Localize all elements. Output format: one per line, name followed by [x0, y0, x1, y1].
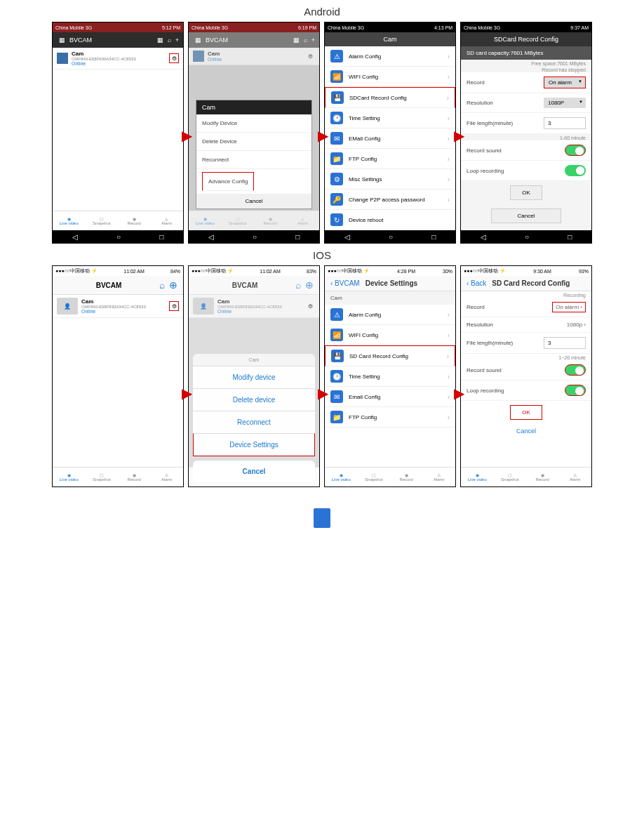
add-icon[interactable]: ⊕	[169, 279, 177, 291]
change-p2p-password[interactable]: 🔑Change P2P access password›	[325, 190, 455, 210]
page-title: Device Settings	[365, 279, 417, 287]
email-config[interactable]: ✉Email Config›	[325, 387, 455, 407]
misc-settings[interactable]: ⚙Misc Settings›	[325, 169, 455, 190]
tab-alarm[interactable]: ⚠Alarm	[151, 468, 184, 486]
reconnect[interactable]: Reconnect	[196, 151, 311, 169]
action-sheet: Cam Modify device Delete device Reconnec…	[193, 354, 315, 482]
sheet-title: Cam	[193, 354, 315, 366]
android-screen-1: China Mobile 3G5:12 PM ▦ BVCAM ▦ ⌕ + Cam…	[52, 22, 184, 244]
record-sound-switch[interactable]	[565, 364, 586, 376]
nav-home[interactable]: ○	[116, 233, 121, 241]
gear-icon[interactable]: ⚙	[169, 301, 179, 311]
grid-icon[interactable]: ▦	[157, 37, 163, 44]
clock: 5:12 PM	[162, 25, 180, 30]
file-length-label: File length(minute)	[467, 340, 513, 346]
cancel-button[interactable]: Cancel	[461, 424, 591, 438]
record-mode[interactable]: On alarm ›	[552, 302, 586, 312]
delete-device[interactable]: Delete Device	[196, 133, 311, 151]
file-length-range: 1~20 minute	[461, 354, 591, 360]
arrow-icon: ▶	[182, 385, 192, 402]
device-reboot[interactable]: ↻Device reboot	[325, 210, 455, 230]
delete-device[interactable]: Delete device	[193, 388, 315, 411]
tab-record[interactable]: ◉Record	[118, 468, 151, 486]
modify-device[interactable]: Modify device	[193, 366, 315, 388]
wifi-config[interactable]: 📶WIFI Config›	[325, 67, 455, 87]
ok-button[interactable]: OK	[510, 185, 542, 200]
device-settings[interactable]: Device Settings	[193, 433, 315, 456]
resolution-label: Resolution	[467, 100, 493, 106]
file-length-input[interactable]: 3	[544, 117, 586, 129]
tab-alarm[interactable]: ◬Alarm	[151, 211, 184, 230]
ios-screen-3: ●●●○○中国移动 ⚡4:28 PM30% ‹ BVCAM Device Set…	[324, 265, 456, 487]
free-space: Free space:7601 MBytes	[461, 60, 591, 66]
record-mode-dropdown[interactable]: On alarm	[544, 77, 586, 88]
ios-screen-1: ●●●○○中国移动 ⚡11:02 AM84% BVCAM ⌕⊕ 👤 Cam CM…	[52, 265, 184, 487]
file-length-range: 1-60 minute	[461, 134, 591, 140]
resolution-value[interactable]: 1080p ›	[567, 322, 586, 328]
ok-button[interactable]: OK	[510, 405, 542, 420]
arrow-icon: ▶	[454, 385, 464, 402]
camera-status: Online	[72, 61, 169, 66]
back-button[interactable]: ‹ Back	[467, 279, 486, 287]
resolution-label: Resolution	[467, 322, 493, 328]
tab-snapshot[interactable]: ▢Snapshot	[86, 211, 119, 230]
tab-snapshot[interactable]: ▢Snapshot	[86, 468, 119, 486]
dialog-title: Cam	[196, 100, 311, 114]
arrow-icon: ▶	[318, 127, 328, 144]
resolution-dropdown[interactable]: 1080P	[544, 98, 586, 108]
file-length-input[interactable]: 3	[544, 337, 586, 349]
record-stopped: Record has stopped	[461, 66, 591, 72]
sdcard-config-title: SDCard Record Config	[461, 32, 591, 46]
recording-status: Recording	[461, 291, 591, 298]
tab-live[interactable]: ◉Live video	[53, 468, 86, 486]
time-setting[interactable]: 🕐Time Setting›	[325, 108, 455, 128]
ftp-config[interactable]: 📁FTP Config›	[325, 149, 455, 169]
dialog-cancel[interactable]: Cancel	[196, 194, 311, 208]
sdcard-icon	[314, 508, 330, 528]
android-heading: Android	[0, 6, 644, 18]
nav-recent[interactable]: □	[159, 233, 163, 241]
cancel-button[interactable]: Cancel	[491, 208, 561, 223]
alarm-config[interactable]: ⚠Alarm Config›	[325, 46, 455, 67]
back-button[interactable]: ‹ BVCAM	[330, 279, 360, 287]
record-label: Record	[467, 304, 485, 310]
time-setting[interactable]: 🕐Time Setting›	[325, 366, 455, 387]
advance-config[interactable]: Advance Config	[202, 172, 254, 191]
section-header: Cam	[325, 291, 455, 305]
email-config[interactable]: ✉EMail Config›	[325, 128, 455, 149]
camera-thumb[interactable]: 👤	[57, 298, 78, 315]
add-icon[interactable]: +	[175, 37, 179, 44]
record-label: Record	[467, 79, 485, 86]
tab-record[interactable]: ◉Record	[118, 211, 151, 230]
arrow-icon: ▶	[318, 385, 328, 402]
android-screen-3: China Mobile 3G4:13 PM Cam ⚠Alarm Config…	[324, 22, 456, 244]
reconnect[interactable]: Reconnect	[193, 411, 315, 433]
tab-live[interactable]: ◉Live video	[53, 211, 86, 230]
ios-screen-4: ●●●○○中国移动 ⚡9:30 AM93% ‹ Back SD Card Rec…	[460, 265, 592, 487]
app-title: BVCAM	[69, 37, 157, 44]
sdcard-record-config[interactable]: 💾SDCard Record Config›	[325, 87, 455, 108]
cam-dialog: Cam Modify Device Delete Device Reconnec…	[196, 100, 312, 209]
ftp-config[interactable]: 📁FTP Config›	[325, 407, 455, 428]
loop-recording-switch[interactable]	[565, 165, 586, 176]
camera-name: Cam	[72, 51, 169, 57]
sdcard-record-config[interactable]: 💾SD Card Record Config›	[325, 345, 455, 366]
loop-recording-label: Loop recording	[467, 388, 504, 394]
nav-back[interactable]: ◁	[72, 233, 78, 241]
alarm-config[interactable]: ⚠Alarm Config›	[325, 305, 455, 325]
app-logo: ▦	[57, 35, 67, 45]
modify-device[interactable]: Modify Device	[196, 114, 311, 133]
loop-recording-label: Loop recording	[467, 168, 504, 174]
gear-icon[interactable]: ⚙	[169, 53, 179, 63]
search-icon[interactable]: ⌕	[168, 37, 171, 44]
ios-heading: IOS	[0, 249, 644, 261]
carrier: China Mobile 3G	[55, 25, 92, 30]
camera-thumb[interactable]	[57, 53, 68, 64]
sd-capacity: SD card capacity:7601 MBytes	[461, 46, 591, 60]
record-sound-switch[interactable]	[565, 145, 586, 156]
loop-recording-switch[interactable]	[565, 385, 586, 396]
wifi-config[interactable]: 📶WIFI Config›	[325, 325, 455, 345]
page-title: SD Card Record Config	[492, 279, 570, 287]
search-icon[interactable]: ⌕	[159, 279, 165, 291]
sheet-cancel[interactable]: Cancel	[193, 461, 315, 482]
